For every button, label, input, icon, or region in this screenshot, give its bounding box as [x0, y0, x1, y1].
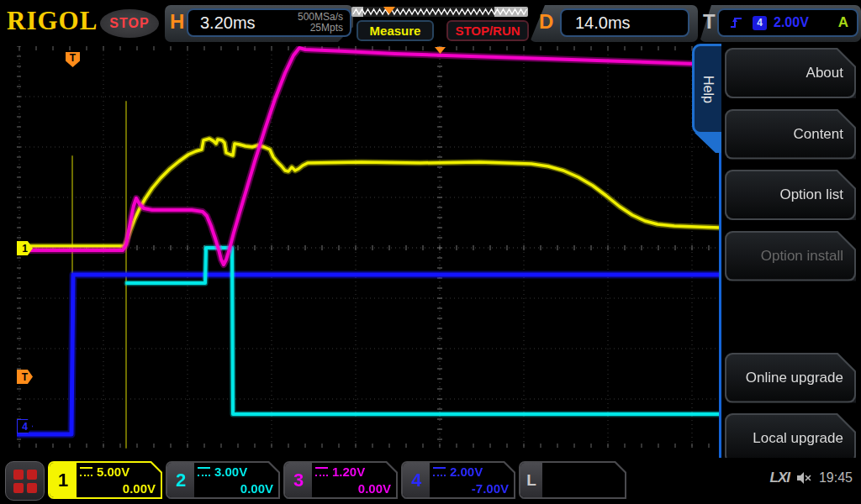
memory-position-bar[interactable]	[351, 7, 528, 17]
channel-2-scale: 3.00V	[214, 465, 247, 479]
menu-button-label: Content	[793, 126, 854, 143]
dc-coupling-icon	[198, 467, 210, 476]
edge-trigger-icon	[729, 15, 744, 30]
trigger-sweep-mode: A	[838, 14, 848, 31]
help-menu: AboutContentOption listOption installOnl…	[721, 46, 861, 504]
channel-1-offset: 0.00V	[123, 481, 156, 496]
channel-1-box[interactable]: 15.00V0.00V	[48, 461, 162, 499]
menu-button-about[interactable]: About	[725, 48, 856, 98]
channel-3-offset: 0.00V	[358, 481, 391, 496]
ch1-yellow-glow	[17, 139, 720, 246]
trigger-source-badge: 4	[753, 16, 767, 30]
channel-4-number: 4	[403, 463, 430, 497]
run-state-badge: STOP	[100, 9, 159, 38]
logic-analyzer-box[interactable]: L 0 1 2 3 4 5 6 7 8 9 1011 12131415	[519, 461, 626, 499]
notification-grid-button[interactable]	[5, 461, 45, 501]
logic-label: L	[520, 463, 542, 497]
menu-button-local-upgrade[interactable]: Local upgrade	[725, 413, 856, 464]
menu-button-label: About	[806, 65, 854, 81]
rigol-logo: RIGOL	[7, 6, 98, 36]
dc-coupling-icon	[80, 467, 92, 476]
menu-button-option-list[interactable]: Option list	[725, 170, 856, 220]
stop-run-button[interactable]: STOP/RUN	[446, 20, 529, 41]
red-square-icon	[27, 483, 37, 493]
trigger-label: T	[703, 10, 716, 34]
clock: 19:45	[819, 470, 853, 486]
channel-3-box[interactable]: 31.20V0.00V	[283, 461, 398, 499]
menu-button-label: Online upgrade	[746, 370, 854, 386]
logic-row-1: 0 1 2 3 4 5 6 7	[547, 496, 626, 504]
channel-3-number: 3	[285, 463, 312, 497]
help-menu-tab[interactable]: Help	[692, 44, 721, 134]
bottom-bar: 15.00V0.00V23.00V0.00V31.20V0.00V42.00V-…	[0, 458, 861, 504]
memory-depth: 25Mpts	[298, 23, 343, 34]
top-bar: RIGOL STOP H 3.20ms 500MSa/s 25Mpts Meas…	[0, 0, 861, 46]
ch1-yellow	[17, 139, 720, 246]
dc-coupling-icon	[315, 467, 328, 476]
trigger-level-value: 2.00V	[774, 15, 809, 30]
menu-button-content[interactable]: Content	[725, 109, 856, 160]
memory-zigzag	[351, 7, 528, 17]
channel-4-box[interactable]: 42.00V-7.00V	[401, 461, 515, 499]
channel-4-scale: 2.00V	[450, 465, 483, 479]
channel-2-number: 2	[167, 463, 194, 497]
delay-box[interactable]: 14.0ms	[560, 8, 689, 37]
oscilloscope-screen: RIGOL STOP H 3.20ms 500MSa/s 25Mpts Meas…	[0, 0, 861, 504]
lxi-badge: LXI	[770, 470, 790, 486]
channel-4-offset: -7.00V	[472, 481, 509, 496]
channel-1-scale: 5.00V	[97, 465, 129, 479]
delay-value: 14.0ms	[562, 13, 631, 33]
waveform-display: 1T4T	[17, 46, 720, 458]
menu-button-option-install: Option install	[725, 231, 856, 281]
horizontal-label: H	[170, 10, 184, 34]
menu-button-online-upgrade[interactable]: Online upgrade	[725, 353, 856, 403]
timebase-box[interactable]: 3.20ms 500MSa/s 25Mpts	[187, 8, 351, 37]
speaker-muted-icon	[796, 471, 812, 485]
red-square-icon	[13, 470, 24, 480]
waveform-plot	[17, 46, 720, 458]
red-square-icon	[13, 483, 24, 493]
dc-coupling-icon	[433, 467, 446, 476]
menu-button-label: Local upgrade	[753, 430, 854, 447]
channel-2-offset: 0.00V	[240, 481, 273, 496]
menu-button-label: Option list	[779, 186, 854, 203]
measure-button[interactable]: Measure	[357, 20, 434, 41]
trigger-box[interactable]: 4 2.00V A	[717, 8, 858, 37]
channel-3-scale: 1.20V	[332, 465, 365, 479]
timebase-value: 3.20ms	[188, 13, 256, 33]
channel-2-box[interactable]: 23.00V0.00V	[166, 461, 280, 499]
menu-button-label: Option install	[761, 248, 854, 265]
channel-1-number: 1	[50, 463, 77, 497]
help-tab-label: Help	[700, 76, 716, 103]
red-square-icon	[27, 470, 37, 480]
delay-label: D	[539, 10, 553, 34]
